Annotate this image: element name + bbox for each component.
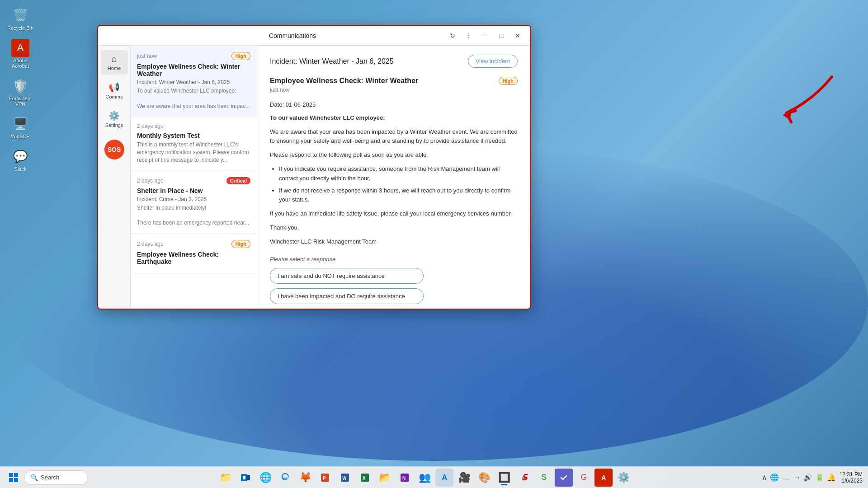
close-button[interactable]: ✕	[510, 29, 525, 42]
home-icon: ⌂	[111, 54, 117, 64]
taskbar-battery-icon[interactable]: 🔋	[815, 473, 824, 482]
taskbar-chrome-icon[interactable]: 🌐	[256, 469, 274, 487]
taskbar-pwa-icon[interactable]: 🔲	[495, 469, 513, 487]
desktop-icon-recycle-bin[interactable]: 🗑️ Recycle Bin	[5, 5, 36, 33]
more-options-button[interactable]: ⋮	[462, 29, 476, 42]
taskbar-s1-icon[interactable]: S̶	[515, 469, 533, 487]
taskbar-onedrive-icon[interactable]: ☁️	[782, 473, 791, 482]
card-1-badge: High	[231, 52, 250, 60]
taskbar-acrobat2-icon[interactable]: A	[594, 469, 613, 487]
sos-button[interactable]: SOS	[104, 140, 124, 160]
card-1-preview: To our valued Winchester LLC employee:We…	[137, 87, 250, 110]
adobe-acrobat-label: Adobe Acrobat	[6, 58, 34, 69]
card-4-header: 2 days ago High	[137, 240, 250, 248]
sidebar-home-label: Home	[108, 66, 121, 71]
message-card-2[interactable]: 2 days ago Monthly System Test This is a…	[131, 117, 257, 170]
sidebar-item-comms[interactable]: 📢 Comms	[101, 78, 128, 103]
desktop-icon-slack[interactable]: 💬 Slack	[5, 145, 36, 174]
taskbar-word-icon[interactable]: W	[336, 469, 354, 487]
taskbar-tray-expand-icon[interactable]: ∧	[762, 473, 767, 482]
taskbar-file-explorer-icon[interactable]: 📁	[217, 469, 235, 487]
svg-rect-6	[243, 476, 245, 479]
desktop-icon-adobe-acrobat[interactable]: A Adobe Acrobat	[5, 37, 36, 70]
taskbar-outlook-icon[interactable]	[236, 469, 255, 487]
detail-greeting: To our valued Winchester LLC employee:	[270, 113, 518, 123]
message-list: just now High Employee Wellness Check: W…	[131, 46, 257, 309]
svg-text:P: P	[323, 476, 326, 481]
svg-marker-0	[783, 108, 791, 120]
sidebar-comms-label: Comms	[106, 94, 123, 99]
sidebar-settings-label: Settings	[105, 122, 123, 128]
message-card-1[interactable]: just now High Employee Wellness Check: W…	[131, 46, 257, 117]
svg-rect-1	[9, 473, 13, 477]
message-card-4[interactable]: 2 days ago High Employee Wellness Check:…	[131, 234, 257, 274]
taskbar-clock[interactable]: 12:31 PM 1/6/2025	[840, 471, 863, 484]
card-4-timestamp: 2 days ago	[137, 241, 164, 247]
sidebar-item-home[interactable]: ⌂ Home	[101, 50, 128, 75]
detail-msg-header: Employee Wellness Check: Winter Weather …	[270, 77, 518, 85]
detail-timestamp: just now	[270, 87, 518, 93]
svg-text:X: X	[363, 476, 366, 481]
detail-body: Date: 01-06-2025 To our valued Wincheste…	[270, 100, 518, 247]
window-body: ⌂ Home 📢 Comms ⚙️ Settings SOS ju	[98, 46, 530, 309]
winscp-icon: 🖥️	[11, 115, 29, 133]
taskbar-apps1-icon[interactable]: A	[435, 469, 453, 487]
taskbar-settings2-icon[interactable]: ⚙️	[614, 469, 632, 487]
taskbar-check-icon[interactable]	[555, 469, 573, 487]
response-section: Please select a response I am safe and d…	[270, 256, 518, 304]
minimize-button[interactable]: ─	[478, 29, 492, 42]
slack-label: Slack	[14, 166, 27, 172]
card-4-title: Employee Wellness Check: Earthquake	[137, 251, 250, 265]
detail-bullet-2: If we do not receive a response within 3…	[279, 186, 518, 205]
detail-msg-badge: High	[499, 77, 518, 85]
card-2-preview: This is a monthly test of Winchester LLC…	[137, 141, 250, 164]
taskbar-zoom-icon[interactable]: 🎥	[455, 469, 473, 487]
refresh-button[interactable]: ↻	[445, 29, 460, 42]
card-1-subtitle: Incident: Winter Weather - Jan 6, 2025	[137, 79, 250, 85]
taskbar-center-icons: 📁 🌐 🦊 P W X 📂 N 👥 A 🎥	[93, 469, 756, 487]
card-3-badge: Critical	[226, 177, 250, 184]
settings-icon: ⚙️	[108, 110, 120, 121]
taskbar-teams-icon[interactable]: 👥	[415, 469, 434, 487]
desktop-icon-winscp[interactable]: 🖥️ WinSCP	[5, 113, 36, 141]
taskbar-paint-icon[interactable]: 🎨	[475, 469, 493, 487]
view-incident-button[interactable]: View incident	[468, 55, 518, 68]
card-3-title: Shelter in Place - New	[137, 187, 250, 194]
taskbar-s2-icon[interactable]: S	[535, 469, 553, 487]
card-3-subtitle: Incident: Crime - Jan 3, 2025	[137, 196, 250, 202]
taskbar-arrow-icon[interactable]: →	[793, 474, 801, 482]
taskbar-excel-icon[interactable]: X	[356, 469, 374, 487]
sidebar-item-settings[interactable]: ⚙️ Settings	[101, 107, 128, 131]
response-impacted-button[interactable]: I have been impacted and DO require assi…	[270, 288, 424, 304]
message-card-3[interactable]: 2 days ago Critical Shelter in Place - N…	[131, 171, 257, 234]
detail-bullet-1: If you indicate you require assistance, …	[279, 164, 518, 183]
card-2-header: 2 days ago	[137, 123, 250, 129]
detail-para-1: We are aware that your area has been imp…	[270, 127, 518, 146]
response-safe-button[interactable]: I am safe and do NOT require assistance	[270, 268, 424, 284]
taskbar-right-area: ∧ 🌐 ☁️ → 🔊 🔋 🔔 12:31 PM 1/6/2025	[756, 471, 868, 484]
detail-signoff: Thank you,	[270, 223, 518, 233]
taskbar-firefox-icon[interactable]: 🦊	[296, 469, 314, 487]
message-detail: Incident: Winter Weather - Jan 6, 2025 V…	[257, 46, 530, 309]
taskbar-g-icon[interactable]: G	[575, 469, 593, 487]
svg-rect-3	[9, 478, 13, 482]
detail-para-2: Please respond to the following poll as …	[270, 150, 518, 160]
taskbar-files-icon[interactable]: 📂	[376, 469, 394, 487]
taskbar-onenote-icon[interactable]: N	[396, 469, 414, 487]
search-label: Search	[41, 474, 59, 481]
taskbar-notification-icon[interactable]: 🔔	[827, 473, 836, 482]
taskbar-edge-icon[interactable]	[276, 469, 294, 487]
sidebar: ⌂ Home 📢 Comms ⚙️ Settings SOS	[98, 46, 131, 309]
taskbar-volume-icon[interactable]: 🔊	[803, 473, 812, 482]
taskbar-system-icons: ∧ 🌐 ☁️ → 🔊 🔋 🔔	[762, 473, 836, 482]
taskbar-network-icon[interactable]: 🌐	[770, 473, 779, 482]
card-1-header: just now High	[137, 52, 250, 60]
maximize-button[interactable]: □	[494, 29, 509, 42]
taskbar-search-box[interactable]: 🔍 Search	[24, 470, 88, 485]
title-bar-actions: ↻ ⋮ ─ □ ✕	[445, 29, 525, 42]
desktop-icon-forticlient-vpn[interactable]: 🛡️ FortiClient VPN	[5, 75, 36, 108]
winscp-label: WinSCP	[11, 134, 30, 139]
card-2-timestamp: 2 days ago	[137, 123, 164, 129]
taskbar-powerpoint-icon[interactable]: P	[316, 469, 334, 487]
windows-start-button[interactable]	[5, 469, 22, 486]
